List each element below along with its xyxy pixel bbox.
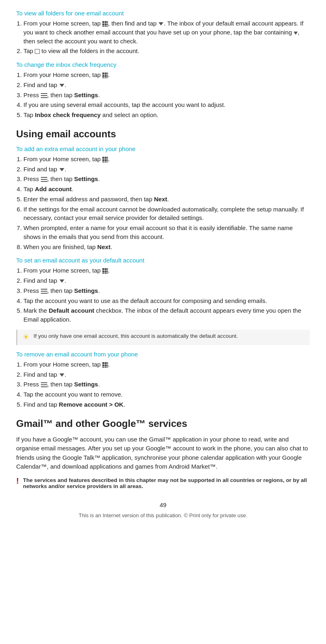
list-item: Tap Add account. bbox=[23, 185, 310, 194]
svg-marker-59 bbox=[59, 373, 64, 377]
svg-marker-10 bbox=[294, 32, 298, 35]
big-heading-email-accounts: Using email accounts bbox=[16, 128, 310, 140]
list-item: Tap to view all the folders in the accou… bbox=[23, 47, 310, 55]
next-label: Next bbox=[154, 196, 167, 203]
grid-icon-4 bbox=[102, 268, 108, 274]
gmail-paragraph: If you have a Google™ account, you can u… bbox=[16, 435, 310, 471]
list-item: Enter the email address and password, th… bbox=[23, 195, 310, 204]
svg-rect-17 bbox=[107, 73, 108, 75]
svg-rect-61 bbox=[41, 384, 47, 385]
list-item: From your Home screen, tap , then find a… bbox=[23, 19, 310, 45]
default-account-label: Default account bbox=[49, 307, 95, 314]
grid-icon-5 bbox=[102, 362, 108, 368]
svg-rect-57 bbox=[107, 365, 108, 367]
svg-rect-44 bbox=[107, 271, 108, 273]
svg-marker-20 bbox=[59, 84, 64, 87]
triangle-icon bbox=[294, 30, 298, 36]
settings-label-2: Settings bbox=[74, 175, 98, 182]
svg-rect-30 bbox=[107, 157, 108, 159]
arrow-down-icon-5 bbox=[59, 372, 65, 378]
warning-box: ! The services and features described in… bbox=[16, 477, 310, 489]
list-item: Find and tap . bbox=[23, 165, 310, 174]
svg-rect-5 bbox=[105, 26, 107, 27]
add-account-label: Add account bbox=[35, 186, 72, 192]
menu-icon-4 bbox=[41, 382, 47, 387]
list-item: Press , then tap Settings. bbox=[23, 380, 310, 389]
remove-account-label: Remove account > OK bbox=[59, 401, 124, 408]
menu-icon-2 bbox=[41, 177, 47, 182]
svg-rect-39 bbox=[105, 268, 107, 270]
svg-rect-47 bbox=[41, 289, 47, 290]
svg-rect-34 bbox=[41, 177, 47, 178]
svg-marker-46 bbox=[59, 279, 64, 283]
list-item: Find and tap Remove account > OK. bbox=[23, 400, 310, 409]
svg-rect-19 bbox=[107, 77, 108, 78]
svg-rect-38 bbox=[102, 271, 104, 273]
svg-rect-62 bbox=[41, 386, 47, 387]
svg-rect-0 bbox=[102, 21, 104, 23]
list-item: Tap the account you want to remove. bbox=[23, 390, 310, 399]
footer-text: This is an Internet version of this publ… bbox=[16, 512, 310, 518]
svg-rect-26 bbox=[105, 157, 107, 159]
svg-rect-3 bbox=[105, 23, 107, 26]
tip-icon: ☀ bbox=[22, 332, 30, 342]
svg-rect-12 bbox=[102, 75, 104, 77]
big-heading-gmail: Gmail™ and other Google™ services bbox=[16, 418, 310, 429]
settings-label: Settings bbox=[74, 92, 98, 98]
svg-rect-1 bbox=[102, 23, 104, 26]
svg-rect-37 bbox=[102, 268, 104, 270]
list-item: Press , then tap Settings. bbox=[23, 91, 310, 100]
steps-add-account: From your Home screen, tap . Find and ta… bbox=[23, 155, 310, 252]
svg-rect-24 bbox=[102, 157, 104, 159]
svg-rect-43 bbox=[107, 268, 108, 270]
page-number: 49 bbox=[16, 501, 310, 508]
svg-rect-54 bbox=[102, 367, 104, 368]
section-heading-add-account: To add an extra email account in your ph… bbox=[16, 145, 310, 152]
tip-box: ☀ If you only have one email account, th… bbox=[16, 330, 310, 345]
svg-rect-16 bbox=[105, 77, 107, 78]
steps-set-default: From your Home screen, tap . Find and ta… bbox=[23, 266, 310, 324]
svg-rect-18 bbox=[107, 75, 108, 77]
square-icon bbox=[35, 49, 40, 54]
svg-rect-13 bbox=[105, 73, 107, 75]
svg-rect-45 bbox=[107, 273, 108, 274]
arrow-down-icon-2 bbox=[59, 83, 65, 88]
list-item: From your Home screen, tap . bbox=[23, 70, 310, 79]
list-item: Mark the Default account checkbox. The i… bbox=[23, 306, 310, 324]
svg-rect-8 bbox=[107, 26, 108, 27]
inbox-check-label: Inbox check frequency bbox=[35, 111, 101, 118]
svg-rect-41 bbox=[102, 273, 104, 274]
arrow-down-icon-3 bbox=[59, 167, 65, 173]
svg-rect-49 bbox=[41, 293, 47, 294]
svg-rect-35 bbox=[41, 179, 47, 180]
svg-rect-48 bbox=[41, 291, 47, 292]
svg-rect-29 bbox=[105, 162, 107, 162]
svg-rect-58 bbox=[107, 367, 108, 368]
settings-label-4: Settings bbox=[74, 381, 98, 388]
list-item: When prompted, enter a name for your ema… bbox=[23, 224, 310, 241]
svg-rect-50 bbox=[102, 362, 104, 364]
steps-remove-account: From your Home screen, tap . Find and ta… bbox=[23, 360, 310, 409]
svg-rect-55 bbox=[105, 367, 107, 368]
list-item: Find and tap . bbox=[23, 370, 310, 379]
svg-rect-2 bbox=[105, 21, 107, 23]
list-item: Find and tap . bbox=[23, 276, 310, 285]
svg-rect-22 bbox=[41, 95, 47, 96]
svg-rect-53 bbox=[105, 365, 107, 367]
section-heading-view-folders: To view all folders for one email accoun… bbox=[16, 10, 310, 17]
svg-marker-9 bbox=[159, 22, 163, 26]
warning-icon: ! bbox=[16, 476, 19, 486]
svg-rect-15 bbox=[102, 77, 104, 78]
section-heading-change-frequency: To change the inbox check frequency bbox=[16, 61, 310, 68]
svg-rect-56 bbox=[107, 362, 108, 364]
list-item: Press , then tap Settings. bbox=[23, 286, 310, 295]
list-item: Find and tap . bbox=[23, 81, 310, 90]
list-item: From your Home screen, tap . bbox=[23, 266, 310, 275]
tip-text: If you only have one email account, this… bbox=[34, 333, 238, 339]
list-item: Tap the account you want to use as the d… bbox=[23, 296, 310, 305]
list-item: Press , then tap Settings. bbox=[23, 175, 310, 183]
grid-icon-3 bbox=[102, 157, 108, 162]
list-item: If the settings for the email account ca… bbox=[23, 205, 310, 223]
svg-rect-42 bbox=[105, 273, 107, 274]
svg-marker-33 bbox=[59, 168, 64, 171]
